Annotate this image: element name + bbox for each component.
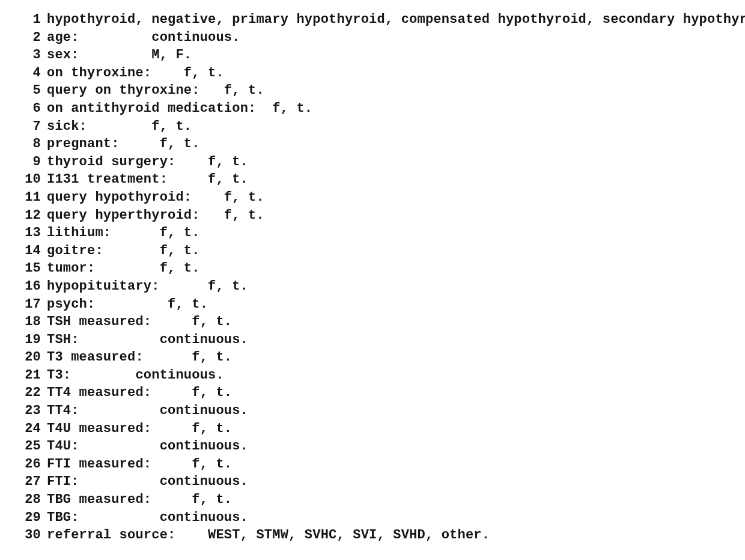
line-text: query hyperthyroid: f, t. bbox=[47, 208, 264, 223]
line-row: 12query hyperthyroid: f, t. bbox=[18, 207, 727, 225]
line-text: T3 measured: f, t. bbox=[47, 350, 232, 365]
line-number: 6 bbox=[18, 100, 41, 118]
line-row: 25T4U: continuous. bbox=[18, 437, 727, 455]
line-text: psych: f, t. bbox=[47, 297, 208, 312]
document-body: 1hypothyroid, negative, primary hypothyr… bbox=[0, 0, 745, 555]
line-number: 3 bbox=[18, 46, 41, 64]
line-row: 3sex: M, F. bbox=[18, 46, 727, 64]
line-text: T4U measured: f, t. bbox=[47, 421, 232, 436]
line-number: 5 bbox=[18, 82, 41, 100]
line-row: 2age: continuous. bbox=[18, 29, 727, 47]
line-number: 28 bbox=[18, 491, 41, 509]
line-row: 10I131 treatment: f, t. bbox=[18, 171, 727, 189]
line-number: 9 bbox=[18, 153, 41, 171]
line-row: 29TBG: continuous. bbox=[18, 509, 727, 527]
line-text: TSH measured: f, t. bbox=[47, 314, 232, 329]
line-row: 28TBG measured: f, t. bbox=[18, 491, 727, 509]
line-row: 27FTI: continuous. bbox=[18, 473, 727, 491]
line-number: 27 bbox=[18, 473, 41, 491]
line-text: on antithyroid medication: f, t. bbox=[47, 101, 312, 116]
line-number: 4 bbox=[18, 64, 41, 82]
line-text: T4U: continuous. bbox=[47, 439, 248, 454]
line-text: FTI: continuous. bbox=[47, 474, 248, 489]
line-number: 20 bbox=[18, 348, 41, 367]
line-row: 14goitre: f, t. bbox=[18, 242, 727, 260]
line-number: 16 bbox=[18, 278, 41, 296]
line-row: 6on antithyroid medication: f, t. bbox=[18, 100, 727, 118]
line-number: 18 bbox=[18, 313, 41, 331]
line-row: 1hypothyroid, negative, primary hypothyr… bbox=[18, 11, 727, 29]
line-text: TT4 measured: f, t. bbox=[47, 385, 232, 400]
line-text: query on thyroxine: f, t. bbox=[47, 83, 264, 98]
line-number: 15 bbox=[18, 260, 41, 278]
line-row: 17psych: f, t. bbox=[18, 296, 727, 314]
line-text: goitre: f, t. bbox=[47, 243, 200, 258]
line-row: 13lithium: f, t. bbox=[18, 224, 727, 242]
line-number: 23 bbox=[18, 402, 41, 420]
line-text: I131 treatment: f, t. bbox=[47, 172, 248, 187]
line-text: pregnant: f, t. bbox=[47, 136, 200, 151]
line-number: 14 bbox=[18, 242, 41, 260]
line-row: 4on thyroxine: f, t. bbox=[18, 64, 727, 82]
line-text: sex: M, F. bbox=[47, 47, 192, 62]
line-number: 21 bbox=[18, 367, 41, 385]
line-text: age: continuous. bbox=[47, 30, 240, 45]
line-text: hypothyroid, negative, primary hypothyro… bbox=[47, 12, 745, 27]
line-text: TT4: continuous. bbox=[47, 403, 248, 418]
line-number: 30 bbox=[18, 526, 41, 544]
line-row: 5query on thyroxine: f, t. bbox=[18, 82, 727, 100]
line-text: TBG: continuous. bbox=[47, 510, 248, 525]
line-text: hypopituitary: f, t. bbox=[47, 279, 248, 294]
line-row: 20T3 measured: f, t. bbox=[18, 348, 727, 367]
line-row: 9thyroid surgery: f, t. bbox=[18, 153, 727, 171]
line-row: 22TT4 measured: f, t. bbox=[18, 384, 727, 402]
line-text: query hypothyroid: f, t. bbox=[47, 190, 264, 205]
line-number: 8 bbox=[18, 135, 41, 153]
line-text: T3: continuous. bbox=[47, 368, 224, 383]
line-number: 25 bbox=[18, 437, 41, 455]
line-number: 11 bbox=[18, 189, 41, 207]
line-row: 8pregnant: f, t. bbox=[18, 135, 727, 153]
line-text: lithium: f, t. bbox=[47, 225, 200, 240]
line-row: 11query hypothyroid: f, t. bbox=[18, 189, 727, 207]
line-number: 22 bbox=[18, 384, 41, 402]
line-number: 10 bbox=[18, 171, 41, 189]
line-text: TSH: continuous. bbox=[47, 332, 248, 347]
line-number: 17 bbox=[18, 296, 41, 314]
line-row: 21T3: continuous. bbox=[18, 367, 727, 385]
line-number: 12 bbox=[18, 207, 41, 225]
line-row: 26FTI measured: f, t. bbox=[18, 455, 727, 473]
line-text: TBG measured: f, t. bbox=[47, 492, 232, 507]
line-row: 23TT4: continuous. bbox=[18, 402, 727, 420]
line-row: 30referral source: WEST, STMW, SVHC, SVI… bbox=[18, 526, 727, 544]
line-number: 7 bbox=[18, 118, 41, 136]
line-row: 15tumor: f, t. bbox=[18, 260, 727, 278]
line-number: 2 bbox=[18, 29, 41, 47]
line-text: tumor: f, t. bbox=[47, 261, 200, 276]
line-row: 16hypopituitary: f, t. bbox=[18, 278, 727, 296]
line-row: 7sick: f, t. bbox=[18, 118, 727, 136]
line-text: sick: f, t. bbox=[47, 119, 192, 134]
line-number: 29 bbox=[18, 509, 41, 527]
line-number: 26 bbox=[18, 455, 41, 473]
line-text: thyroid surgery: f, t. bbox=[47, 154, 248, 169]
line-row: 18TSH measured: f, t. bbox=[18, 313, 727, 331]
line-text: referral source: WEST, STMW, SVHC, SVI, … bbox=[47, 528, 490, 543]
line-row: 19TSH: continuous. bbox=[18, 331, 727, 349]
line-number: 1 bbox=[18, 11, 41, 29]
line-text: FTI measured: f, t. bbox=[47, 457, 232, 472]
line-number: 13 bbox=[18, 224, 41, 242]
line-number: 19 bbox=[18, 331, 41, 349]
line-row: 24T4U measured: f, t. bbox=[18, 420, 727, 438]
line-number: 24 bbox=[18, 420, 41, 438]
line-text: on thyroxine: f, t. bbox=[47, 65, 224, 81]
